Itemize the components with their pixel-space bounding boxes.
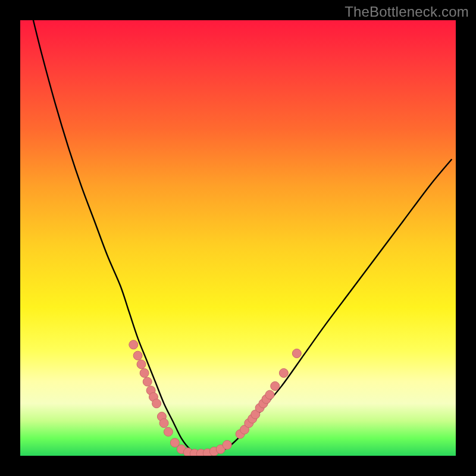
data-marker — [159, 419, 168, 428]
watermark-text: TheBottleneck.com — [345, 4, 469, 20]
data-marker — [137, 360, 146, 369]
data-marker — [164, 427, 173, 436]
plot-area — [20, 20, 456, 456]
data-marker — [279, 368, 288, 377]
data-marker — [140, 368, 149, 377]
data-marker — [152, 399, 161, 408]
data-markers — [129, 340, 302, 456]
data-marker — [271, 381, 280, 390]
data-marker — [170, 439, 179, 447]
data-marker — [265, 390, 274, 399]
data-marker — [292, 349, 301, 358]
data-marker — [129, 340, 138, 349]
chart-svg — [20, 20, 456, 456]
data-marker — [133, 351, 142, 360]
data-marker — [143, 377, 152, 386]
chart-frame: TheBottleneck.com — [0, 0, 476, 476]
bottleneck-curve — [33, 20, 452, 454]
data-marker — [223, 440, 231, 449]
